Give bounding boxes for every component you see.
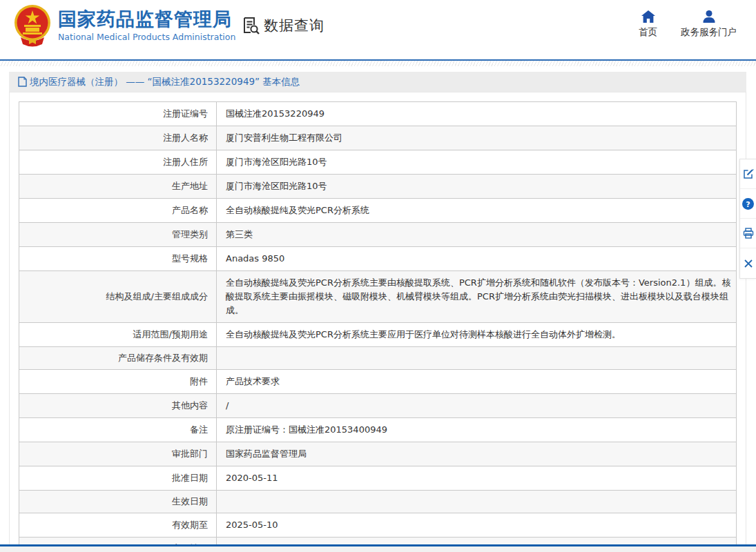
table-row: 型号规格Anadas 9850 (19, 247, 737, 271)
svg-text:?: ? (746, 199, 750, 208)
user-icon (701, 10, 717, 23)
nav-portal[interactable]: 政务服务门户 (681, 10, 737, 39)
close-icon (744, 259, 753, 268)
table-row: 审批部门国家药品监督管理局 (19, 442, 737, 466)
brand-block: 国家药品监督管理局 National Medical Products Admi… (58, 9, 235, 42)
home-icon (641, 10, 656, 23)
print-icon (743, 228, 754, 239)
row-value: 国家药品监督管理局 (217, 442, 737, 466)
row-value: 2020-05-11 (217, 466, 737, 491)
table-row: 管理类别第三类 (19, 223, 737, 247)
row-value: 全自动核酸提纯及荧光PCR分析系统 (217, 199, 737, 223)
table-row: 适用范围/预期用途全自动核酸提纯及荧光PCR分析系统主要应用于医疗单位对待测样本… (19, 323, 737, 347)
table-row: 注册证编号国械注准20153220949 (19, 102, 737, 126)
row-label: 注册人住所 (19, 150, 217, 175)
row-label: 审批部门 (19, 442, 217, 466)
row-value: 全自动核酸提纯及荧光PCR分析系统主要由核酸提取系统、PCR扩增分析系统和随机软… (217, 271, 737, 323)
row-label: 产品名称 (19, 199, 217, 223)
table-row: 产品名称全自动核酸提纯及荧光PCR分析系统 (19, 199, 737, 223)
row-value: 厦门安普利生物工程有限公司 (217, 126, 737, 150)
table-row: 附件产品技术要求 (19, 370, 737, 394)
table-row: 结构及组成/主要组成成分全自动核酸提纯及荧光PCR分析系统主要由核酸提取系统、P… (19, 271, 737, 323)
row-label: 注册人名称 (19, 126, 217, 150)
registration-info-panel: 注册证编号国械注准20153220949注册人名称厦门安普利生物工程有限公司注册… (9, 92, 746, 552)
row-label: 生产地址 (19, 175, 217, 199)
row-label: 其他内容 (19, 394, 217, 418)
table-row: 注册人住所厦门市海沧区阳光路10号 (19, 150, 737, 175)
help-icon: ? (742, 198, 754, 210)
row-label: 生效日期 (19, 491, 217, 513)
data-query-section[interactable]: 数据查询 (240, 15, 324, 36)
table-row: 产品储存条件及有效期 (19, 347, 737, 370)
table-row: 其他内容/ (19, 394, 737, 418)
row-value: 厦门市海沧区阳光路10号 (217, 175, 737, 199)
row-value: 第三类 (217, 223, 737, 247)
national-emblem-logo (14, 4, 51, 47)
nav-home-label: 首页 (639, 26, 657, 39)
row-value: Anadas 9850 (217, 247, 737, 271)
table-row: 有效期至2025-05-10 (19, 513, 737, 538)
header-hatch-texture (0, 61, 756, 66)
table-row: 生产地址厦门市海沧区阳光路10号 (19, 175, 737, 199)
row-label: 结构及组成/主要组成成分 (19, 271, 217, 323)
header-nav: 首页 政务服务门户 (639, 10, 737, 39)
row-label: 备注 (19, 418, 217, 442)
page-header: 国家药品监督管理局 National Medical Products Admi… (0, 0, 756, 59)
row-value: 产品技术要求 (217, 370, 737, 394)
row-label: 适用范围/预期用途 (19, 323, 217, 347)
breadcrumb: 境内医疗器械（注册） —— “国械注准20153220949” 基本信息 (9, 72, 746, 92)
table-row: 生效日期 (19, 491, 737, 513)
nav-home[interactable]: 首页 (639, 10, 657, 39)
row-value: / (217, 394, 737, 418)
row-label: 管理类别 (19, 223, 217, 247)
row-value: 原注册证编号：国械注准20153400949 (217, 418, 737, 442)
floating-toolbar: ? (739, 159, 756, 279)
data-query-label: 数据查询 (264, 16, 324, 35)
registration-info-table: 注册证编号国械注准20153220949注册人名称厦门安普利生物工程有限公司注册… (19, 101, 737, 552)
page-body: 境内医疗器械（注册） —— “国械注准20153220949” 基本信息 注册证… (9, 72, 746, 552)
row-label: 附件 (19, 370, 217, 394)
info-table-body: 注册证编号国械注准20153220949注册人名称厦门安普利生物工程有限公司注册… (19, 102, 737, 552)
print-button[interactable] (740, 219, 756, 248)
row-value (217, 491, 737, 513)
row-value: 2025-05-10 (217, 513, 737, 538)
help-button[interactable]: ? (740, 189, 756, 219)
close-button[interactable] (740, 248, 756, 278)
row-value: 国械注准20153220949 (217, 102, 737, 126)
row-label: 产品储存条件及有效期 (19, 347, 217, 370)
table-row: 批准日期2020-05-11 (19, 466, 737, 491)
national-emblem-icon (14, 4, 51, 47)
row-value: 全自动核酸提纯及荧光PCR分析系统主要应用于医疗单位对待测样本核酸进行全自动体外… (217, 323, 737, 347)
document-search-icon (240, 15, 261, 36)
nav-portal-label: 政务服务门户 (681, 26, 737, 39)
org-name-cn: 国家药品监督管理局 (58, 9, 235, 30)
row-label: 型号规格 (19, 247, 217, 271)
table-row: 备注原注册证编号：国械注准20153400949 (19, 418, 737, 442)
row-label: 有效期至 (19, 513, 217, 538)
edit-icon (743, 168, 754, 179)
breadcrumb-text: 境内医疗器械（注册） —— “国械注准20153220949” 基本信息 (30, 76, 300, 88)
row-label: 注册证编号 (19, 102, 217, 126)
row-value: 厦门市海沧区阳光路10号 (217, 150, 737, 175)
row-label: 批准日期 (19, 466, 217, 491)
page-document-icon (18, 77, 27, 87)
row-value (217, 347, 737, 370)
edit-button[interactable] (740, 159, 756, 189)
table-row: 注册人名称厦门安普利生物工程有限公司 (19, 126, 737, 150)
footer-gray-strip (0, 546, 756, 552)
org-name-en: National Medical Products Administration (58, 32, 235, 42)
page-footer (0, 544, 756, 552)
